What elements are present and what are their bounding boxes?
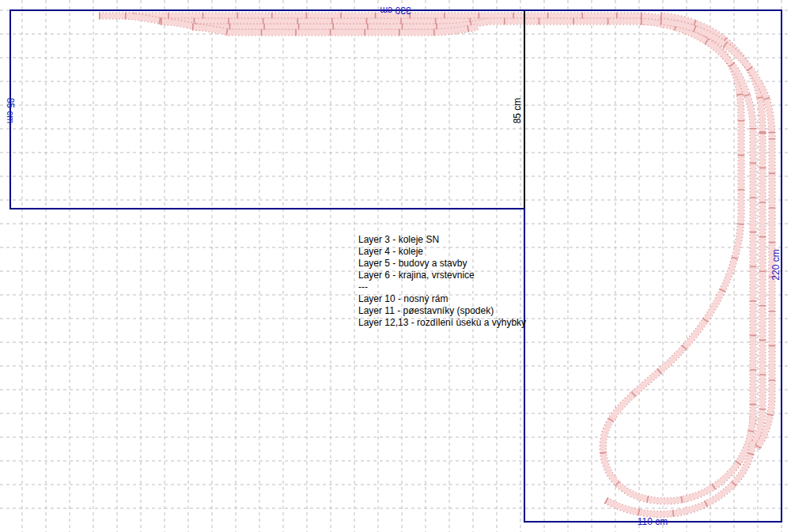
dimension-label-right[interactable]: 220 cm [770, 249, 782, 280]
track-joint-ticks [606, 441, 753, 514]
dimension-label-bottom[interactable]: 110 cm [638, 516, 668, 527]
legend-line: Layer 3 - koleje SN [358, 234, 526, 246]
track-joint-ticks [603, 120, 753, 501]
track-path-edge [606, 441, 753, 514]
track-path[interactable] [603, 120, 753, 501]
legend-line: --- [358, 281, 526, 293]
dimension-label-middle[interactable]: 85 cm [512, 98, 523, 124]
track-path[interactable] [606, 441, 753, 514]
legend-line: Layer 5 - budovy a stavby [358, 258, 526, 270]
plan-canvas: 330 cm85 cm85 cm220 cm110 cm Layer 3 - k… [0, 0, 791, 532]
layers-legend[interactable]: Layer 3 - koleje SNLayer 4 - kolejeLayer… [358, 234, 526, 329]
legend-line: Layer 10 - nosný rám [358, 293, 526, 305]
legend-line: Layer 4 - koleje [358, 246, 526, 258]
track-path-edge [603, 120, 753, 501]
legend-line: Layer 6 - krajina, vrstevnice [358, 270, 526, 281]
dimension-label-left[interactable]: 85 cm [5, 98, 16, 124]
track-path[interactable] [641, 21, 753, 128]
legend-line: Layer 11 - pøestavníky (spodek) [358, 305, 526, 317]
dimension-label-top[interactable]: 330 cm [380, 5, 411, 16]
legend-line: Layer 12,13 - rozdìlení úsekù a výhybky [358, 317, 526, 329]
